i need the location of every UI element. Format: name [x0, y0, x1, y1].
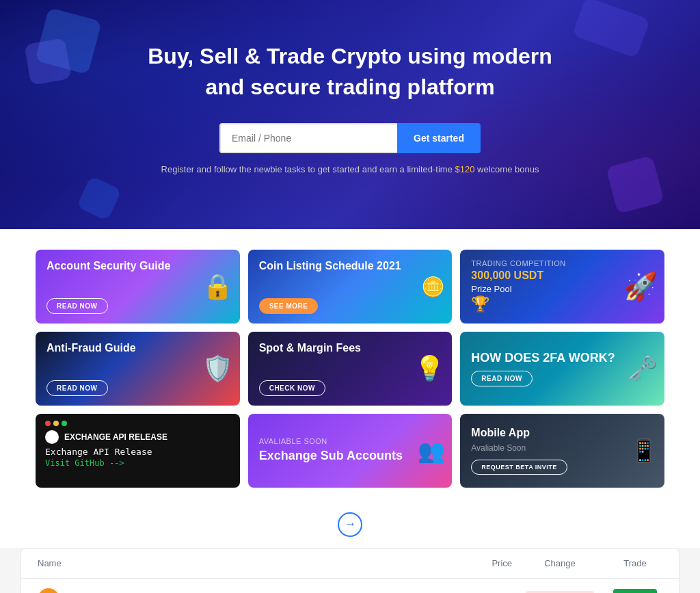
dot-yellow: [53, 421, 59, 426]
card-antifraud-btn[interactable]: READ NOW: [46, 380, 108, 396]
card-sub-accounts[interactable]: AVALIABLE SOON Exchange Sub Accounts 👥: [248, 414, 453, 488]
card-mobile-app[interactable]: Mobile App Avaliable Soon REQUEST BETA I…: [460, 414, 664, 488]
card-antifraud[interactable]: Anti-Fraud Guide READ NOW 🛡️: [36, 332, 240, 406]
api-title: Exchange API Release: [45, 447, 230, 457]
card-mobile-btn[interactable]: REQUEST BETA INVITE: [471, 460, 567, 475]
card-security-btn[interactable]: READ NOW: [46, 298, 108, 314]
people-icon: 👥: [418, 438, 445, 464]
sub-highlight: $120: [455, 164, 475, 174]
th-price: Price: [430, 558, 512, 568]
hero-decoration-5: [77, 175, 122, 220]
th-name: Name: [38, 558, 416, 568]
arrow-section: →: [0, 501, 700, 548]
card-security-title: Account Security Guide: [46, 259, 229, 274]
get-started-button[interactable]: Get started: [397, 123, 481, 153]
lightbulb-icon: 💡: [414, 354, 445, 383]
card-trading[interactable]: Trading Competition 300,000 USDT Prize P…: [460, 250, 664, 324]
card-2fa[interactable]: HOW DOES 2FA WORK? READ NOW 🗝️: [460, 332, 664, 406]
card-mobile-subtitle: Avaliable Soon: [471, 443, 654, 453]
key-icon: 🗝️: [627, 354, 658, 383]
hero-subtitle: Register and follow the newbie tasks to …: [14, 164, 686, 174]
shield-icon: 🛡️: [202, 354, 233, 383]
card-trading-label: Trading Competition: [471, 259, 654, 267]
signup-form: Get started: [14, 123, 686, 153]
card-coin-title: Coin Listing Schedule 2021: [259, 259, 442, 274]
crypto-icons: 🪙: [421, 275, 445, 298]
cards-section: Account Security Guide READ NOW 🔒 Coin L…: [0, 229, 700, 501]
dot-red: [45, 421, 51, 426]
email-phone-input[interactable]: [219, 123, 397, 153]
next-arrow-button[interactable]: →: [338, 512, 362, 537]
api-logo: ⚙ EXCHANGE API RELEASE: [45, 430, 230, 444]
card-coin-listing[interactable]: Coin Listing Schedule 2021 SEE MORE 🪙: [248, 250, 453, 324]
card-sub-title: Exchange Sub Accounts: [259, 448, 442, 464]
card-spot-btn[interactable]: CHECK NOW: [259, 380, 325, 396]
github-icon: ⚙: [45, 430, 59, 444]
card-security[interactable]: Account Security Guide READ NOW 🔒: [36, 250, 240, 324]
table-header: Name Price Change Trade: [21, 549, 679, 579]
table-row: ₿ BTC Bitcoin $ 62179.1 -5.102% Buy: [21, 579, 679, 593]
coin-cell-btc: ₿ BTC Bitcoin: [38, 588, 416, 593]
btc-icon: ₿: [38, 588, 59, 593]
rocket-icon: 🚀: [623, 270, 658, 302]
sub-text-before: Register and follow the newbie tasks to …: [161, 164, 455, 174]
api-github-link[interactable]: Visit GitHub -->: [45, 458, 230, 468]
dot-green: [62, 421, 67, 426]
th-change: Change: [526, 558, 594, 568]
lock-icon: 🔒: [202, 272, 233, 301]
card-spot-margin[interactable]: Spot & Margin Fees CHECK NOW 💡: [248, 332, 453, 406]
phone-icon: 📱: [630, 438, 658, 464]
card-coin-btn[interactable]: SEE MORE: [259, 298, 319, 314]
market-table: Name Price Change Trade ₿ BTC Bitcoin $ …: [21, 548, 679, 593]
th-trade: Trade: [608, 558, 662, 568]
hero-section: Buy, Sell & Trade Crypto using modern an…: [0, 0, 700, 229]
hero-decoration-2: [24, 38, 72, 85]
card-sub-label: AVALIABLE SOON: [259, 437, 442, 445]
card-spot-title: Spot & Margin Fees: [259, 341, 442, 356]
card-exchange-api[interactable]: ⚙ EXCHANGE API RELEASE Exchange API Rele…: [36, 414, 240, 488]
btc-trade: Buy: [608, 589, 662, 593]
card-mobile-title: Mobile App: [471, 426, 654, 440]
card-antifraud-title: Anti-Fraud Guide: [46, 341, 229, 356]
btc-buy-button[interactable]: Buy: [613, 589, 658, 593]
card-2fa-btn[interactable]: READ NOW: [471, 371, 533, 386]
hero-title: Buy, Sell & Trade Crypto using modern an…: [145, 41, 555, 103]
api-label: EXCHANGE API RELEASE: [64, 432, 167, 442]
window-dots: [45, 421, 230, 426]
cards-grid: Account Security Guide READ NOW 🔒 Coin L…: [36, 250, 664, 488]
sub-text-after: welcome bonus: [474, 164, 539, 174]
hero-decoration-3: [572, 0, 650, 58]
card-2fa-title: HOW DOES 2FA WORK?: [471, 350, 654, 366]
